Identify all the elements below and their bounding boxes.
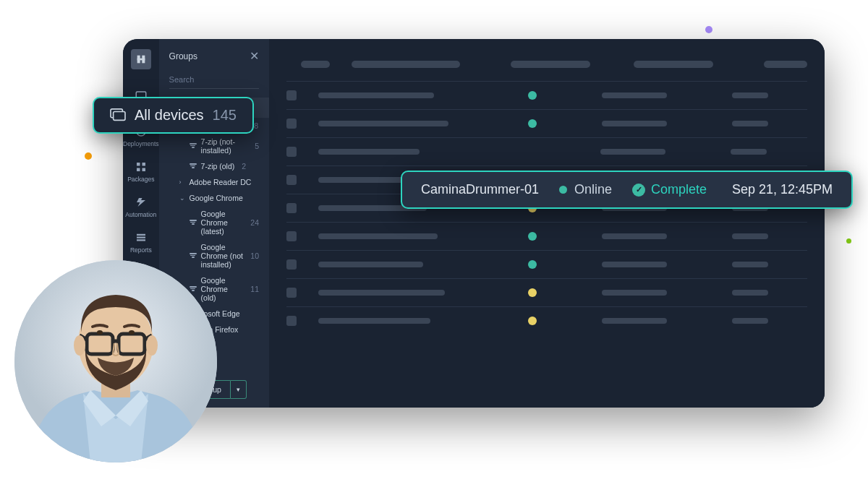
nav-label: Reports	[130, 246, 152, 254]
table-row[interactable]	[286, 306, 807, 335]
filter-icon	[190, 143, 197, 149]
nav-label: Automation	[125, 211, 156, 218]
skeleton-cell	[301, 61, 330, 68]
svg-rect-10	[142, 168, 145, 172]
skeleton-cell	[764, 61, 807, 68]
svg-rect-11	[137, 234, 145, 236]
status-dot	[528, 119, 537, 128]
table-row[interactable]	[286, 81, 807, 109]
state-text: Complete	[651, 182, 707, 197]
table-row[interactable]	[286, 250, 807, 278]
checkbox[interactable]	[286, 231, 297, 241]
svg-point-25	[129, 330, 135, 335]
app-window: Devices Deployments Packages Automation …	[123, 39, 825, 408]
status-dot-icon	[559, 186, 567, 194]
checkbox[interactable]	[286, 90, 297, 100]
nav-reports[interactable]: Reports	[123, 227, 159, 258]
groups-title: Groups	[169, 51, 197, 61]
tree-label: Google Chrome (old)	[201, 276, 244, 302]
filter-icon	[190, 253, 197, 259]
callout-label: All devices	[135, 107, 204, 124]
tree-item[interactable]: Google Chrome (latest) 24	[159, 206, 269, 239]
tree-item[interactable]: 7-zip (not-installed) 5	[159, 134, 269, 158]
device-name: CaminaDrummer-01	[421, 182, 539, 197]
nav-packages[interactable]: Packages	[123, 156, 159, 187]
svg-rect-8	[142, 163, 145, 166]
skeleton-cell	[318, 121, 448, 126]
nav-label: Deployments	[123, 140, 159, 147]
table-row[interactable]	[286, 109, 807, 137]
skeleton-cell	[318, 149, 420, 155]
state-complete: ✓ Complete	[632, 182, 707, 197]
tree-item[interactable]: Google Chrome (not installed) 10	[159, 239, 269, 272]
devices-icon	[110, 108, 126, 123]
decorative-dot	[846, 238, 851, 244]
callout-device-row[interactable]: CaminaDrummer-01 Online ✓ Complete Sep 2…	[401, 171, 853, 209]
skeleton-cell	[602, 121, 667, 126]
tree-item[interactable]: 7-zip (old) 2	[159, 158, 269, 174]
callout-count: 145	[213, 107, 237, 124]
skeleton-cell	[602, 318, 667, 324]
skeleton-cell	[732, 318, 768, 324]
skeleton-cell	[511, 61, 590, 68]
checkbox[interactable]	[286, 147, 297, 157]
table-header	[286, 61, 807, 68]
checkbox[interactable]	[286, 119, 297, 129]
create-group-dropdown[interactable]: ▾	[231, 380, 247, 399]
tree-label: Google Chrome	[190, 194, 243, 202]
skeleton-cell	[732, 233, 768, 239]
tree-count: 2	[242, 162, 246, 171]
skeleton-cell	[602, 92, 667, 98]
tree-label: Adobe Reader DC	[190, 178, 252, 186]
svg-rect-15	[114, 111, 125, 120]
skeleton-cell	[602, 233, 667, 239]
status-dot	[528, 232, 537, 241]
svg-rect-9	[137, 168, 140, 172]
tree-label: 7-zip (not-installed)	[201, 137, 248, 155]
table-row[interactable]	[286, 137, 807, 165]
tree-item[interactable]: ⌄ Google Chrome	[159, 190, 269, 206]
tree-item[interactable]: › Adobe Reader DC	[159, 174, 269, 190]
status-dot	[528, 317, 537, 325]
nav-automation[interactable]: Automation	[123, 191, 159, 223]
svg-point-24	[97, 330, 103, 335]
skeleton-cell	[600, 149, 665, 155]
tree-label: Google Chrome (latest)	[201, 210, 244, 236]
svg-point-27	[146, 335, 158, 356]
main-content	[269, 39, 825, 408]
skeleton-cell	[318, 262, 423, 267]
tree-count: 5	[255, 142, 259, 150]
nav-label: Packages	[127, 176, 154, 183]
checkbox[interactable]	[286, 175, 297, 185]
table-row[interactable]	[286, 222, 807, 250]
svg-rect-2	[137, 59, 145, 61]
table-row[interactable]	[286, 278, 807, 306]
skeleton-cell	[732, 92, 768, 98]
callout-all-devices[interactable]: All devices 145	[93, 97, 254, 134]
checkbox[interactable]	[286, 259, 297, 270]
chevron-right-icon: ›	[179, 178, 185, 186]
skeleton-cell	[318, 92, 434, 98]
tree-count: 10	[250, 251, 259, 260]
checkbox[interactable]	[286, 288, 297, 298]
status-pill: Online	[559, 182, 612, 197]
skeleton-cell	[602, 290, 667, 296]
tree-label: Google Chrome (not installed)	[201, 243, 244, 269]
svg-rect-12	[137, 237, 145, 238]
skeleton-cell	[352, 61, 460, 68]
timestamp: Sep 21, 12:45PM	[732, 182, 833, 197]
status-dot	[528, 91, 537, 100]
checkbox[interactable]	[286, 316, 297, 326]
skeleton-cell	[602, 262, 667, 267]
checkbox[interactable]	[286, 203, 297, 213]
search-input[interactable]	[169, 71, 259, 89]
check-icon: ✓	[632, 184, 645, 197]
filter-icon	[190, 286, 197, 292]
skeleton-cell	[732, 290, 768, 296]
filter-icon	[190, 163, 197, 169]
close-icon[interactable]: ✕	[250, 51, 259, 62]
status-dot	[528, 260, 537, 269]
skeleton-cell	[318, 290, 445, 296]
skeleton-cell	[732, 121, 768, 126]
filter-icon	[190, 220, 197, 225]
